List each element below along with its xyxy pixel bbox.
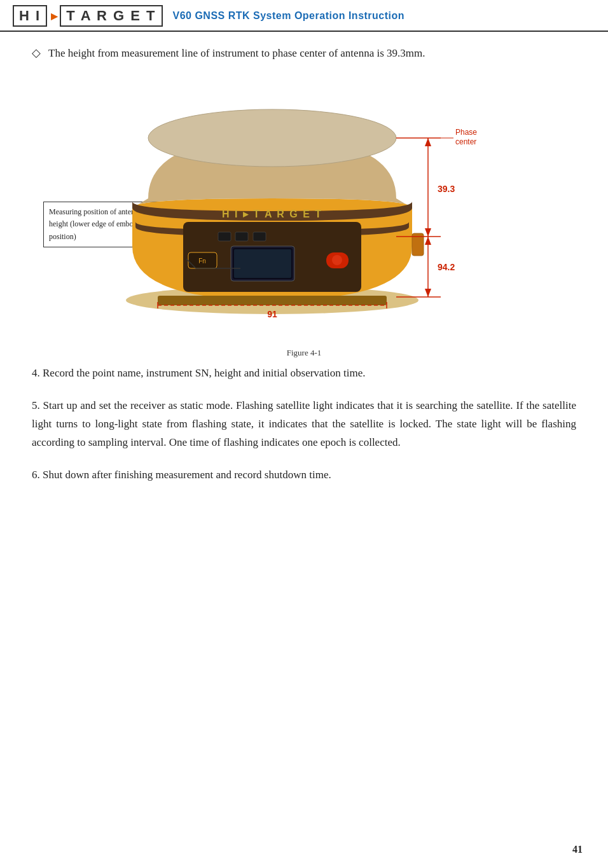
para4-text: Record the point name, instrument SN, he… [43, 367, 366, 379]
figure-image-area: Measuring position of antenna height (lo… [43, 74, 565, 341]
logo: H I ▸ T A R G E T [13, 5, 167, 27]
figure-caption: Figure 4-1 [43, 348, 565, 358]
bullet-text: The height from measurement line of inst… [48, 45, 425, 62]
para6-num: 6. [32, 469, 43, 481]
svg-text:center: center [455, 137, 476, 146]
figure-container: Measuring position of antenna height (lo… [43, 74, 565, 358]
logo-text2: T A R G E T [60, 5, 162, 27]
logo-text: H I [13, 5, 47, 27]
svg-rect-16 [158, 296, 387, 305]
logo-arrow: ▸ [51, 8, 57, 24]
svg-marker-29 [425, 237, 431, 245]
svg-text:94.2: 94.2 [438, 262, 455, 272]
svg-rect-13 [253, 232, 266, 241]
paragraph-5: 5. Start up and set the receiver as stat… [32, 397, 576, 452]
svg-text:H I ▸ T A R G E T: H I ▸ T A R G E T [222, 209, 322, 219]
svg-rect-6 [234, 249, 291, 278]
device-svg: Fn H I ▸ T A R G E T [75, 74, 508, 329]
page-number: 41 [572, 844, 583, 855]
paragraph-6: 6. Shut down after finishing measurement… [32, 466, 576, 485]
page-header: H I ▸ T A R G E T V60 GNSS RTK System Op… [0, 0, 608, 32]
para6-text: Shut down after finishing measurement an… [43, 469, 331, 481]
bullet-section: ◇ The height from measurement line of in… [32, 45, 576, 62]
svg-marker-26 [425, 228, 431, 237]
svg-marker-30 [425, 289, 431, 297]
device-illustration-wrapper: Fn H I ▸ T A R G E T [75, 74, 508, 329]
svg-text:Fn: Fn [198, 258, 206, 265]
svg-text:91: 91 [267, 309, 277, 319]
paragraph-4: 4. Record the point name, instrument SN,… [32, 364, 576, 383]
header-title: V60 GNSS RTK System Operation Instructio… [173, 10, 405, 22]
svg-rect-12 [235, 232, 248, 241]
para5-num: 5. [32, 399, 43, 411]
bullet-diamond: ◇ [32, 46, 41, 60]
svg-point-10 [332, 255, 342, 265]
para5-text: Start up and set the receiver as static … [32, 399, 576, 448]
svg-rect-11 [218, 232, 231, 241]
svg-text:39.3: 39.3 [438, 184, 455, 194]
para4-num: 4. [32, 367, 43, 379]
svg-point-1 [148, 109, 396, 167]
main-content: ◇ The height from measurement line of in… [0, 32, 608, 524]
svg-text:Phase: Phase [455, 128, 477, 137]
svg-marker-25 [425, 138, 431, 146]
